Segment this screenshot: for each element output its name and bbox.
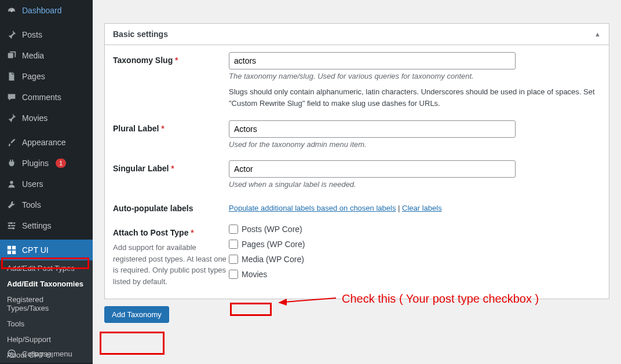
label: Users	[22, 179, 43, 189]
plugins-badge: 1	[56, 159, 66, 168]
plural-hint: Used for the taxonomy admin menu item.	[229, 140, 601, 149]
collapse-label: Collapse menu	[22, 350, 72, 358]
pin-icon	[6, 112, 17, 124]
label: Movies	[22, 113, 48, 123]
sidebar-item-comments[interactable]: Comments	[0, 87, 93, 108]
svg-rect-9	[12, 251, 16, 254]
annotation-arrow-icon	[275, 289, 339, 307]
label: Singular Label *	[113, 160, 229, 173]
sidebar-item-posts[interactable]: Posts	[0, 24, 93, 45]
pin-icon	[6, 29, 17, 41]
checkbox-pages: Pages (WP Core)	[229, 240, 601, 249]
wrench-icon	[6, 199, 17, 211]
sidebar-item-users[interactable]: Users	[0, 174, 93, 194]
label: Dashboard	[22, 6, 62, 15]
brush-icon	[6, 137, 17, 148]
submenu-registered[interactable]: Registered Types/Taxes	[0, 292, 93, 316]
sidebar-item-settings[interactable]: Settings	[0, 215, 93, 236]
label: Comments	[22, 93, 61, 102]
row-taxonomy-slug: Taxonomy Slug * The taxonomy name/slug. …	[113, 52, 601, 109]
basic-settings-panel: Basic settings ▲ Taxonomy Slug * The tax…	[104, 23, 609, 299]
row-auto-populate: Auto-populate labels Populate additional…	[113, 200, 601, 213]
comment-icon	[6, 91, 17, 103]
label: Attach to Post Type * Add support for av…	[113, 225, 229, 287]
svg-point-10	[8, 350, 16, 358]
svg-point-2	[10, 181, 13, 184]
submenu-tools[interactable]: Tools	[0, 316, 93, 332]
cptui-icon	[6, 244, 17, 256]
panel-header[interactable]: Basic settings ▲	[105, 24, 609, 45]
svg-point-5	[13, 227, 15, 230]
content-area: Basic settings ▲ Taxonomy Slug * The tax…	[93, 0, 621, 364]
sliders-icon	[6, 220, 17, 231]
checkbox-media-input[interactable]	[229, 255, 238, 264]
sidebar-item-tools[interactable]: Tools	[0, 194, 93, 215]
clear-labels-link[interactable]: Clear labels	[402, 204, 442, 212]
row-plural-label: Plural Label * Used for the taxonomy adm…	[113, 120, 601, 149]
label: Media	[22, 51, 44, 60]
sidebar-item-appearance[interactable]: Appearance	[0, 132, 93, 153]
checkbox-movies-input[interactable]	[229, 270, 238, 279]
svg-rect-8	[8, 251, 11, 254]
sidebar-item-dashboard[interactable]: Dashboard	[0, 0, 93, 21]
add-taxonomy-button[interactable]: Add Taxonomy	[104, 306, 169, 323]
admin-sidebar: Dashboard Posts Media Pages Comments Mov…	[0, 0, 93, 364]
label: CPT UI	[22, 245, 49, 255]
svg-point-4	[9, 225, 11, 227]
toggle-icon: ▲	[594, 31, 601, 38]
submenu-add-post-types[interactable]: Add/Edit Post Types	[0, 260, 93, 276]
submenu-add-taxonomies[interactable]: Add/Edit Taxonomies	[0, 276, 93, 292]
sidebar-item-pages[interactable]: Pages	[0, 66, 93, 87]
sidebar-item-cptui[interactable]: CPT UI	[0, 240, 93, 260]
media-icon	[6, 50, 17, 61]
plural-label-input[interactable]	[229, 120, 516, 138]
page-icon	[6, 71, 17, 82]
sidebar-item-plugins[interactable]: Plugins 1	[0, 153, 93, 174]
taxonomy-slug-input[interactable]	[229, 52, 516, 69]
svg-rect-6	[8, 246, 11, 249]
checkbox-label: Movies	[242, 270, 267, 279]
label: Appearance	[22, 138, 66, 147]
checkbox-posts-input[interactable]	[229, 225, 238, 234]
label: Settings	[22, 221, 52, 230]
row-attach-post-type: Attach to Post Type * Add support for av…	[113, 225, 601, 287]
svg-marker-12	[278, 299, 287, 306]
populate-labels-link[interactable]: Populate additional labels based on chos…	[229, 204, 396, 212]
svg-rect-7	[12, 246, 16, 249]
plugin-icon	[6, 157, 17, 169]
user-icon	[6, 178, 17, 190]
label: Auto-populate labels	[113, 200, 229, 213]
sidebar-item-media[interactable]: Media	[0, 45, 93, 66]
checkbox-label: Posts (WP Core)	[242, 225, 302, 234]
checkbox-label: Media (WP Core)	[242, 255, 304, 264]
slug-note: Slugs should only contain alphanumeric, …	[229, 86, 600, 109]
required-asterisk: *	[161, 124, 164, 133]
label: Plural Label *	[113, 120, 229, 133]
required-asterisk: *	[191, 228, 193, 237]
singular-label-input[interactable]	[229, 160, 516, 178]
checkbox-posts: Posts (WP Core)	[229, 225, 601, 234]
dashboard-icon	[6, 5, 17, 16]
label: Tools	[22, 200, 41, 209]
required-asterisk: *	[175, 56, 178, 65]
row-singular-label: Singular Label * Used when a singular la…	[113, 160, 601, 189]
sidebar-item-movies[interactable]: Movies	[0, 108, 93, 128]
svg-line-11	[284, 298, 336, 302]
slug-hint: The taxonomy name/slug. Used for various…	[229, 72, 601, 80]
panel-body: Taxonomy Slug * The taxonomy name/slug. …	[105, 45, 609, 299]
label: Plugins	[22, 159, 49, 168]
attach-desc: Add support for available registered pos…	[113, 242, 229, 287]
svg-rect-1	[8, 53, 13, 58]
checkbox-pages-input[interactable]	[229, 240, 238, 249]
checkbox-media: Media (WP Core)	[229, 255, 601, 264]
label: Posts	[22, 30, 42, 39]
collapse-menu[interactable]: Collapse menu	[0, 343, 93, 364]
collapse-icon	[6, 348, 17, 359]
checkbox-label: Pages (WP Core)	[242, 240, 305, 249]
checkbox-movies: Movies	[229, 270, 601, 279]
annotation-text: Check this ( Your post type checkbox )	[342, 292, 539, 306]
label: Taxonomy Slug *	[113, 52, 229, 65]
required-asterisk: *	[171, 164, 174, 173]
label: Pages	[22, 72, 45, 81]
singular-hint: Used when a singular label is needed.	[229, 180, 601, 189]
